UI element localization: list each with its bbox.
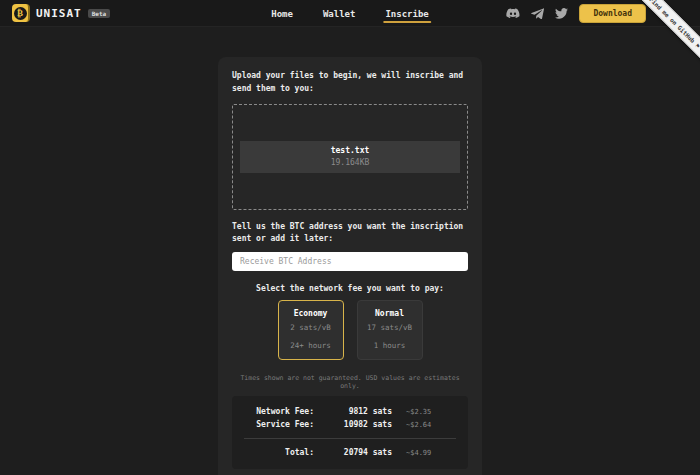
ribbon-text: Find me on GitHub bbox=[648, 0, 696, 44]
twitter-icon[interactable] bbox=[555, 8, 568, 19]
file-size: 19.164KB bbox=[240, 158, 460, 167]
nav-item-inscribe[interactable]: Inscribe bbox=[385, 0, 428, 27]
fee-disclaimer: Times shown are not guaranteed. USD valu… bbox=[232, 374, 468, 390]
address-prompt: Tell us the BTC address you want the ins… bbox=[232, 221, 468, 247]
file-name: test.txt bbox=[240, 146, 460, 155]
nav-item-wallet[interactable]: Wallet bbox=[323, 0, 356, 27]
service-fee-label: Service Fee: bbox=[244, 420, 314, 429]
service-fee-sats: 10982 sats bbox=[314, 420, 392, 429]
total-label: Total: bbox=[244, 448, 314, 457]
fee-divider bbox=[244, 438, 456, 439]
fee-summary: Network Fee: 9812 sats ~$2.35 Service Fe… bbox=[232, 396, 468, 469]
flag-icon: ⚑ bbox=[694, 42, 700, 50]
fee-option-rate: 17 sats/vB bbox=[362, 323, 418, 332]
total-usd: ~$4.99 bbox=[406, 449, 431, 457]
btc-address-input[interactable] bbox=[232, 252, 468, 271]
discord-icon[interactable] bbox=[506, 8, 520, 19]
beta-badge: Beta bbox=[88, 9, 110, 18]
brand-name: UNISAT bbox=[36, 7, 82, 20]
unisat-logo-icon: ₿ bbox=[12, 4, 30, 22]
bitcoin-icon: ₿ bbox=[14, 7, 27, 20]
service-fee-row: Service Fee: 10982 sats ~$2.64 bbox=[244, 420, 456, 429]
fee-option-name: Economy bbox=[283, 309, 339, 318]
file-upload-dropzone[interactable]: test.txt 19.164KB bbox=[232, 104, 468, 210]
fee-option-economy[interactable]: Economy 2 sats/vB 24+ hours bbox=[278, 300, 344, 360]
nav-item-home[interactable]: Home bbox=[271, 0, 293, 27]
fee-option-time: 1 hours bbox=[362, 341, 418, 350]
total-fee-row: Total: 20794 sats ~$4.99 bbox=[244, 448, 456, 457]
network-fee-usd: ~$2.35 bbox=[406, 408, 431, 416]
service-fee-usd: ~$2.64 bbox=[406, 421, 431, 429]
telegram-icon[interactable] bbox=[531, 8, 544, 19]
network-fee-sats: 9812 sats bbox=[314, 407, 392, 416]
network-fee-label: Network Fee: bbox=[244, 407, 314, 416]
fee-option-rate: 2 sats/vB bbox=[283, 323, 339, 332]
fee-options: Economy 2 sats/vB 24+ hours Normal 17 sa… bbox=[232, 300, 468, 360]
fee-option-time: 24+ hours bbox=[283, 341, 339, 350]
fee-option-normal[interactable]: Normal 17 sats/vB 1 hours bbox=[357, 300, 423, 360]
top-navbar: ₿ UNISAT Beta Home Wallet Inscribe Downl… bbox=[0, 0, 700, 27]
fee-prompt: Select the network fee you want to pay: bbox=[232, 284, 468, 293]
uploaded-file-row[interactable]: test.txt 19.164KB bbox=[240, 141, 460, 173]
inscribe-panel: Upload your files to begin, we will insc… bbox=[218, 57, 482, 475]
brand[interactable]: ₿ UNISAT Beta bbox=[12, 4, 110, 22]
corner-ribbon: Find me on GitHub ⚑ bbox=[630, 0, 700, 70]
github-ribbon[interactable]: Find me on GitHub ⚑ bbox=[630, 0, 700, 70]
intro-text: Upload your files to begin, we will insc… bbox=[232, 70, 468, 96]
fee-option-name: Normal bbox=[362, 309, 418, 318]
network-fee-row: Network Fee: 9812 sats ~$2.35 bbox=[244, 407, 456, 416]
total-sats: 20794 sats bbox=[314, 448, 392, 457]
main-nav: Home Wallet Inscribe bbox=[271, 0, 429, 27]
